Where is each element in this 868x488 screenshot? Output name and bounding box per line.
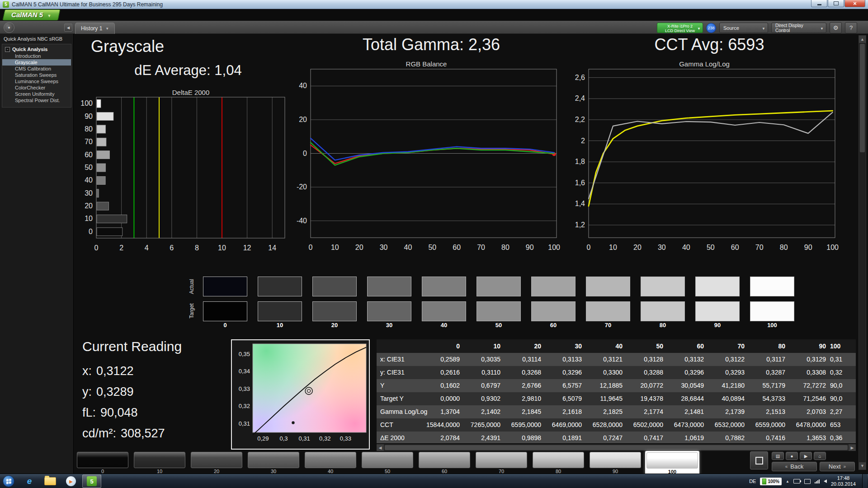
power-icon[interactable] (793, 479, 800, 483)
sidebar-item-saturation-sweeps[interactable]: Saturation Sweeps (2, 72, 71, 78)
swatch-row-target (203, 301, 794, 321)
step-button-0[interactable] (77, 452, 128, 468)
svg-text:50: 50 (428, 244, 436, 251)
internet-explorer-icon: e (27, 476, 32, 486)
window-title: CalMAN 5 CalMAN Ultimate for Business 29… (12, 1, 163, 8)
taskbar-explorer-button[interactable] (41, 474, 60, 488)
tab-history-1[interactable]: History 1 ▼ (75, 23, 115, 34)
step-button-40[interactable] (305, 452, 356, 468)
table-row: Y0,16020,67972,67666,575712,188520,07723… (377, 379, 856, 392)
next-button[interactable]: Next» (820, 462, 855, 471)
help-button[interactable]: ? (845, 22, 857, 33)
scroll-down-icon[interactable]: ▼ (859, 462, 866, 469)
table-cell: 72,7272 (788, 379, 829, 392)
table-col-header: 40 (585, 339, 625, 353)
taskbar-ie-button[interactable]: e (20, 474, 39, 488)
display-tray-icon[interactable] (804, 479, 811, 484)
table-cell: 0,3129 (788, 353, 829, 366)
battery-indicator[interactable]: 100% (760, 478, 782, 485)
step-button-60[interactable] (419, 452, 470, 468)
svg-text:10: 10 (85, 215, 93, 222)
svg-text:8: 8 (195, 244, 199, 252)
table-cell: 54,3733 (747, 392, 788, 405)
step-button-30[interactable] (248, 452, 299, 468)
display-button[interactable]: ▤ (772, 452, 784, 460)
step-button-70[interactable] (476, 452, 527, 468)
meter-name: X-Rite i1Pro 2 (657, 24, 703, 28)
close-button[interactable]: × (844, 0, 865, 7)
start-button[interactable] (3, 475, 14, 487)
language-indicator[interactable]: DE (749, 479, 756, 484)
hidden-icons-icon[interactable]: ▲ (786, 479, 789, 483)
app-window-icon: 5 (3, 1, 9, 8)
sidebar-item-spectral-power-dist-[interactable]: Spectral Power Dist. (2, 97, 71, 103)
sidebar-item-grayscale[interactable]: Grayscale (2, 59, 71, 66)
swatch-target-20 (312, 301, 357, 321)
svg-text:2,4: 2,4 (575, 94, 585, 102)
source-dropdown[interactable]: Source ▼ (719, 23, 768, 33)
sidebar: Quick Analysis NBC sRGB - Quick Analysis… (0, 34, 74, 474)
scrollbar-thumb[interactable] (860, 44, 865, 152)
table-col-header: 20 (503, 339, 544, 353)
chevron-down-icon: ▼ (697, 27, 701, 31)
svg-text:90: 90 (526, 244, 534, 251)
svg-text:100: 100 (826, 244, 839, 251)
sidebar-item-screen-uniformity[interactable]: Screen Uniformity (2, 91, 71, 97)
network-icon[interactable] (815, 479, 820, 483)
swatch-actual-100 (750, 277, 794, 296)
sidebar-item-cms-calibration[interactable]: CMS Calibration (2, 66, 71, 72)
step-70: 70 (476, 452, 527, 474)
scrollbar-track[interactable] (859, 43, 866, 462)
clock[interactable]: 17:48 20.03.2014 (831, 475, 856, 487)
svg-text:1,8: 1,8 (575, 158, 585, 165)
svg-text:80: 80 (501, 244, 509, 251)
sidebar-item-luminance-sweeps[interactable]: Luminance Sweeps (2, 78, 71, 84)
play-button[interactable]: ▶ (800, 452, 812, 460)
step-button-100[interactable] (646, 452, 698, 469)
home-icon: ⌂ (818, 454, 821, 459)
settings-button[interactable]: ⚙ (830, 22, 842, 33)
minimize-button[interactable] (811, 0, 827, 7)
app-menu-button[interactable]: ● (4, 22, 14, 33)
tab-strip: ● ◀ History 1 ▼ X-Rite i1Pro 2 LCD Direc… (0, 21, 868, 34)
step-90: 90 (590, 452, 641, 474)
step-button-10[interactable] (134, 452, 185, 468)
back-button[interactable]: «Back (772, 462, 817, 471)
help-icon: ? (849, 24, 853, 31)
record-button[interactable]: ● (786, 452, 798, 460)
page-vertical-scrollbar[interactable]: ▲ ▼ (859, 35, 866, 470)
maximize-button[interactable] (828, 0, 844, 7)
stop-button[interactable] (750, 451, 768, 469)
table-cell: 0,3287 (747, 366, 788, 379)
sidebar-item-colorchecker[interactable]: ColorChecker (2, 84, 71, 91)
table-cell: 90,0 (829, 379, 856, 392)
taskbar-mediaplayer-button[interactable]: ▶ (61, 474, 80, 488)
table-cell: 30,0549 (666, 379, 707, 392)
table-corner (377, 339, 422, 353)
table-cell: 0,3133 (544, 353, 585, 366)
step-button-50[interactable] (362, 452, 413, 468)
calman-logo[interactable]: CalMAN 5 ▼ (2, 9, 60, 20)
scroll-up-icon[interactable]: ▲ (859, 36, 866, 43)
taskbar-calman-button[interactable]: 5 (82, 474, 101, 488)
svg-text:2: 2 (119, 244, 123, 252)
sidebar-collapse-button[interactable]: ◀ (64, 23, 72, 32)
show-desktop-button[interactable] (862, 474, 867, 488)
display-control-dropdown[interactable]: Direct Display Control ▼ (771, 23, 826, 33)
swatch-col-label: 70 (586, 322, 630, 328)
collapse-icon[interactable]: - (5, 47, 10, 52)
home-button[interactable]: ⌂ (814, 452, 826, 460)
scroll-left-icon[interactable]: ◀ (377, 444, 384, 451)
step-button-20[interactable] (191, 452, 242, 468)
folder-icon (44, 477, 56, 485)
meter-select-button[interactable]: X-Rite i1Pro 2 LCD Direct View ▼ (657, 23, 703, 33)
scrollbar-thumb[interactable] (385, 445, 848, 450)
table-cell: 6478,0000 (788, 418, 829, 432)
swatch-actual-40 (422, 277, 466, 296)
step-button-90[interactable] (590, 452, 641, 468)
swatch-col-label: 10 (258, 322, 302, 328)
speaker-icon[interactable] (824, 479, 827, 483)
table-cell: 6532,0000 (707, 418, 747, 432)
table-cell: 0,3132 (666, 353, 707, 366)
step-button-80[interactable] (533, 452, 584, 468)
